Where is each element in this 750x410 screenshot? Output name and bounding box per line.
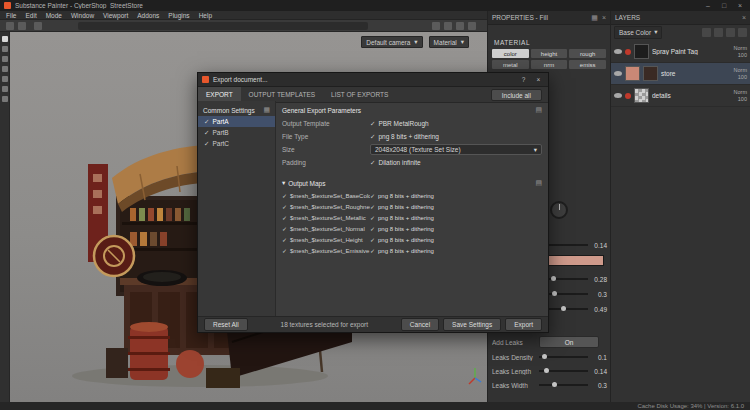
- minimize-button[interactable]: –: [702, 0, 714, 11]
- delete-layer-icon[interactable]: [738, 28, 747, 37]
- smudge-tool-icon[interactable]: [2, 76, 8, 82]
- padding-value[interactable]: ✓ Dilation infinite: [370, 159, 421, 167]
- dialog-close-button[interactable]: ×: [533, 76, 544, 83]
- panel-close-icon[interactable]: ×: [742, 14, 746, 21]
- projection-tool-icon[interactable]: [2, 56, 8, 62]
- channel-filter-dropdown[interactable]: Base Color ▾: [614, 26, 662, 39]
- add-leaks-toggle[interactable]: On: [539, 336, 599, 348]
- tab-output-templates[interactable]: OUTPUT TEMPLATES: [241, 87, 323, 102]
- output-map-row[interactable]: ✓$mesh_$textureSet_Emissive ✓png 8 bits …: [282, 245, 542, 256]
- output-template-value[interactable]: ✓ PBR MetalRough: [370, 120, 429, 128]
- camera-select[interactable]: Default camera ▾: [361, 36, 422, 48]
- add-fill-layer-icon[interactable]: [702, 28, 711, 37]
- check-icon[interactable]: ✓: [282, 214, 287, 221]
- opacity-field[interactable]: 100: [738, 52, 747, 58]
- camera-settings-icon[interactable]: [444, 22, 452, 30]
- file-type-value[interactable]: ✓ png 8 bits + dithering: [370, 133, 439, 141]
- brush-options-strip[interactable]: [78, 22, 368, 30]
- channel-nrm-button[interactable]: nrm: [531, 60, 568, 69]
- check-icon[interactable]: ✓: [282, 192, 287, 199]
- output-map-row[interactable]: ✓$mesh_$textureSet_BaseColor ✓png 8 bits…: [282, 190, 542, 201]
- menu-mode[interactable]: Mode: [46, 12, 62, 19]
- copy-icon[interactable]: ▤: [535, 106, 542, 114]
- blend-mode-dropdown[interactable]: Norm: [734, 67, 747, 73]
- uv-rotation-knob[interactable]: [550, 201, 568, 219]
- opacity-field[interactable]: 100: [738, 74, 747, 80]
- polygon-fill-tool-icon[interactable]: [2, 66, 8, 72]
- output-map-row[interactable]: ✓$mesh_$textureSet_Height ✓png 8 bits + …: [282, 234, 542, 245]
- channel-rough-button[interactable]: rough: [569, 49, 606, 58]
- check-icon[interactable]: ✓: [204, 118, 209, 126]
- channel-emiss-button[interactable]: emiss: [569, 60, 606, 69]
- render-mode-icon[interactable]: [456, 22, 464, 30]
- shader-select[interactable]: Material ▾: [429, 36, 469, 48]
- eraser-tool-icon[interactable]: [2, 46, 8, 52]
- menu-edit[interactable]: Edit: [25, 12, 36, 19]
- output-map-row[interactable]: ✓$mesh_$textureSet_Metallic ✓png 8 bits …: [282, 212, 542, 223]
- viewport-settings-icon[interactable]: [468, 22, 476, 30]
- texture-set-partb[interactable]: ✓ PartB: [198, 127, 275, 138]
- clone-tool-icon[interactable]: [2, 86, 8, 92]
- cancel-button[interactable]: Cancel: [401, 318, 439, 331]
- dialog-help-button[interactable]: ?: [518, 76, 529, 83]
- menu-file[interactable]: File: [6, 12, 16, 19]
- check-icon[interactable]: ✓: [282, 203, 287, 210]
- export-button[interactable]: Export: [505, 318, 542, 331]
- channel-height-button[interactable]: height: [531, 49, 568, 58]
- list-options-icon[interactable]: ▦: [263, 106, 270, 114]
- dialog-titlebar[interactable]: Export document... ? ×: [198, 73, 548, 87]
- add-layer-icon[interactable]: [714, 28, 723, 37]
- panel-options-icon[interactable]: ▦: [591, 14, 598, 22]
- menu-plugins[interactable]: Plugins: [168, 12, 189, 19]
- texture-set-partc[interactable]: ✓ PartC: [198, 138, 275, 149]
- collapse-icon[interactable]: ▾: [282, 179, 285, 187]
- redo-icon[interactable]: [18, 22, 26, 30]
- size-select[interactable]: 2048x2048 (Texture Set Size) ▾: [370, 144, 542, 155]
- visibility-eye-icon[interactable]: [614, 49, 622, 54]
- check-icon[interactable]: ✓: [282, 225, 287, 232]
- menu-viewport[interactable]: Viewport: [103, 12, 128, 19]
- include-all-button[interactable]: Include all: [491, 89, 542, 101]
- close-button[interactable]: ×: [734, 0, 746, 11]
- check-icon[interactable]: ✓: [204, 129, 209, 137]
- check-icon[interactable]: ✓: [282, 247, 287, 254]
- tool-options-icon[interactable]: [34, 22, 42, 30]
- slider-thumb[interactable]: [552, 382, 557, 387]
- check-icon[interactable]: ✓: [204, 140, 209, 148]
- check-icon[interactable]: ✓: [282, 236, 287, 243]
- menu-window[interactable]: Window: [71, 12, 94, 19]
- tab-export[interactable]: EXPORT: [198, 87, 241, 102]
- output-map-row[interactable]: ✓$mesh_$textureSet_Normal ✓png 8 bits + …: [282, 223, 542, 234]
- slider-track[interactable]: [539, 356, 588, 358]
- slider-thumb[interactable]: [551, 276, 556, 281]
- menu-addons[interactable]: Addons: [137, 12, 159, 19]
- opacity-field[interactable]: 100: [738, 96, 747, 102]
- layer-row-details[interactable]: details Norm 100: [611, 85, 750, 107]
- blend-mode-dropdown[interactable]: Norm: [734, 89, 747, 95]
- add-folder-icon[interactable]: [726, 28, 735, 37]
- menu-help[interactable]: Help: [199, 12, 212, 19]
- copy-icon[interactable]: ▤: [535, 179, 542, 187]
- channel-metal-button[interactable]: metal: [492, 60, 529, 69]
- texture-set-parta[interactable]: ✓ PartA: [198, 116, 275, 127]
- paint-tool-icon[interactable]: [2, 36, 8, 42]
- panel-close-icon[interactable]: ×: [602, 14, 606, 21]
- slider-track[interactable]: [539, 384, 588, 386]
- channel-color-button[interactable]: color: [492, 49, 529, 58]
- slider-thumb[interactable]: [544, 368, 549, 373]
- material-picker-tool-icon[interactable]: [2, 96, 8, 102]
- navigation-gizmo[interactable]: [467, 366, 483, 386]
- slider-thumb[interactable]: [542, 354, 547, 359]
- output-map-row[interactable]: ✓$mesh_$textureSet_Roughness ✓png 8 bits…: [282, 201, 542, 212]
- visibility-eye-icon[interactable]: [614, 71, 622, 76]
- slider-thumb[interactable]: [561, 306, 566, 311]
- visibility-eye-icon[interactable]: [614, 93, 622, 98]
- tab-list-of-exports[interactable]: LIST OF EXPORTS: [323, 87, 396, 102]
- reset-all-button[interactable]: Reset All: [204, 318, 248, 331]
- layer-row-store[interactable]: store Norm 100: [611, 63, 750, 85]
- slider-track[interactable]: [539, 370, 588, 372]
- maximize-button[interactable]: □: [718, 0, 730, 11]
- slider-thumb[interactable]: [552, 291, 557, 296]
- save-settings-button[interactable]: Save Settings: [443, 318, 501, 331]
- blend-mode-dropdown[interactable]: Norm: [734, 45, 747, 51]
